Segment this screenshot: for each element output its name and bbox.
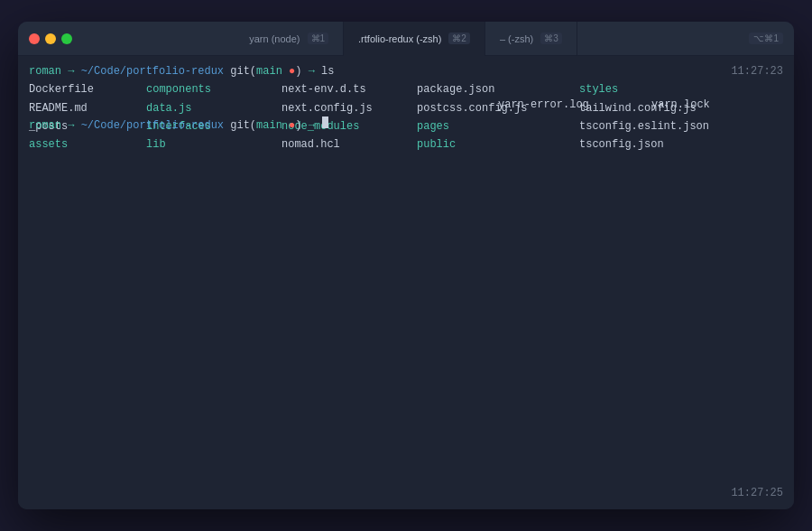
terminal-window: roman yarn (node) ⌘1 .rtfolio-redux (-zs… [18, 22, 794, 509]
ls-item: yarn-error.log [498, 96, 651, 114]
prompt-user-2: roman [29, 117, 61, 135]
prompt-path-1: ~/Code/portfolio-redux [81, 63, 224, 80]
prompt-user-1: roman [29, 63, 61, 80]
prompt-arrow-2: → [68, 117, 74, 135]
prompt-line-1: roman → ~/Code/portfolio-redux git( main… [29, 63, 783, 80]
ls-item: README.md [29, 99, 146, 117]
ls-item: tsconfig.json [579, 135, 733, 154]
tab-yarn-node[interactable]: roman yarn (node) ⌘1 [235, 22, 344, 56]
ls-item: next.config.js [281, 99, 417, 117]
ls-item: lib [146, 135, 281, 154]
timestamp-2: 11:27:25 [731, 485, 783, 502]
prompt-arrow-cmd-1: → [309, 63, 315, 80]
tab-zsh-label: – (-zsh) [500, 33, 533, 44]
titlebar-right: ⌥⌘1 [749, 33, 783, 44]
ls-item: assets [29, 135, 146, 154]
tab-bar: roman yarn (node) ⌘1 .rtfolio-redux (-zs… [18, 22, 794, 56]
prompt-branch-2: main [256, 117, 282, 135]
ls-item: pages [417, 117, 579, 135]
ls-item: yarn.lock [651, 96, 710, 114]
prompt-arrow-cmd-2: → [309, 117, 315, 135]
ls-col-4: package.json postcss.config.js pages pub… [417, 80, 579, 154]
tab-zsh[interactable]: – (-zsh) ⌘3 [485, 22, 577, 56]
prompt-arrow-1: → [68, 63, 74, 80]
timestamp-1: 11:27:23 [731, 63, 783, 80]
prompt-branch-1: main [256, 63, 282, 80]
prompt-dot-2: ● [289, 117, 295, 135]
minimize-button[interactable] [45, 33, 56, 44]
tab-shortcut-3: ⌘3 [540, 33, 562, 44]
prompt-git-close-2: ) [295, 117, 301, 135]
alt-shortcut-badge: ⌥⌘1 [749, 33, 783, 44]
ls-item: nomad.hcl [281, 135, 417, 154]
maximize-button[interactable] [61, 33, 72, 44]
tab-rtfolio-redux[interactable]: .rtfolio-redux (-zsh) ⌘2 [344, 22, 485, 56]
ls-col-5: styles tailwind.config.js tsconfig.eslin… [579, 80, 733, 154]
titlebar: roman yarn (node) ⌘1 .rtfolio-redux (-zs… [18, 22, 794, 56]
close-button[interactable] [29, 33, 40, 44]
traffic-lights [18, 33, 72, 44]
ls-item: tsconfig.eslint.json [579, 117, 733, 135]
tab-shortcut-2: ⌘2 [448, 33, 470, 44]
tab-rtfolio-label: .rtfolio-redux (-zsh) [358, 33, 441, 44]
prompt-path-2: ~/Code/portfolio-redux [81, 117, 224, 135]
terminal-cursor [322, 116, 328, 128]
ls-item: next-env.d.ts [281, 80, 417, 98]
ls-item: components [146, 80, 281, 98]
terminal-body[interactable]: roman → ~/Code/portfolio-redux git( main… [18, 56, 794, 509]
prompt-git-close-1: ) [295, 63, 301, 80]
tab-shortcut-1: ⌘1 [308, 33, 329, 44]
prompt-dot-1: ● [289, 63, 295, 80]
ls-extra-row: yarn-error.log yarn.lock [498, 96, 783, 114]
tab-yarn-label: yarn (node) [249, 33, 300, 44]
ls-item: public [417, 135, 579, 154]
prompt-git-2: git( [230, 117, 256, 135]
prompt-git-1: git( [230, 63, 256, 80]
command-ls: ls [315, 63, 335, 80]
ls-item: data.js [146, 99, 281, 117]
ls-item: Dockerfile [29, 80, 146, 98]
